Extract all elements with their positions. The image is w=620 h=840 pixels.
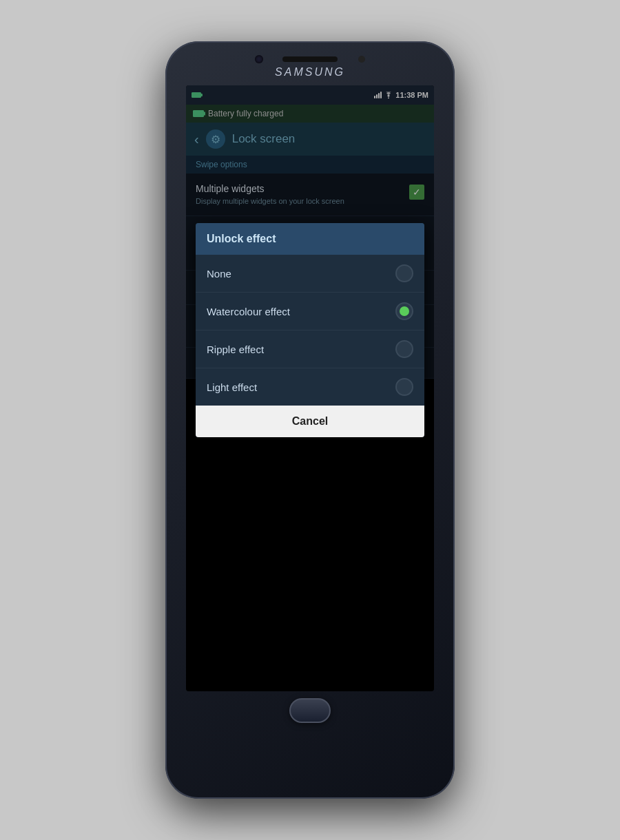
cancel-button[interactable]: Cancel [196, 406, 424, 437]
option-watercolour-label: Watercolour effect [207, 306, 290, 317]
unlock-effect-dialog: Unlock effect None Watercolour effect Ri… [196, 223, 424, 437]
phone-frame: SAMSUNG 11:38 PM [165, 41, 455, 799]
option-none[interactable]: None [196, 255, 424, 293]
speaker [282, 56, 338, 62]
option-ripple-label: Ripple effect [207, 344, 264, 355]
dialog-title: Unlock effect [196, 223, 424, 255]
brand-label: SAMSUNG [275, 66, 345, 78]
phone-bottom [289, 698, 331, 723]
home-button[interactable] [289, 698, 331, 723]
option-none-radio[interactable] [395, 264, 413, 282]
dialog-options-list: None Watercolour effect Ripple effect Li… [196, 255, 424, 406]
option-none-label: None [207, 268, 231, 280]
option-light-radio[interactable] [395, 378, 413, 396]
phone-screen: 11:38 PM Battery fully charged ‹ ⚙ Lock … [186, 85, 434, 691]
option-ripple[interactable]: Ripple effect [196, 330, 424, 368]
option-watercolour[interactable]: Watercolour effect [196, 293, 424, 330]
option-light-label: Light effect [207, 381, 257, 393]
option-watercolour-radio[interactable] [395, 302, 413, 320]
option-light[interactable]: Light effect [196, 368, 424, 406]
option-ripple-radio[interactable] [395, 340, 413, 358]
